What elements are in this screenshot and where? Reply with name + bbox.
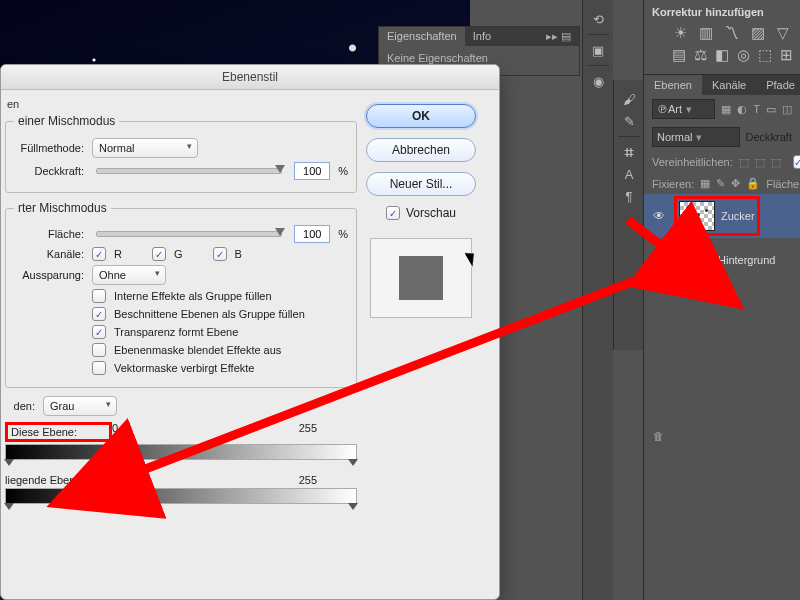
- filter-adjust-icon[interactable]: ◐: [737, 103, 747, 116]
- preview-label: Vorschau: [406, 206, 456, 220]
- lock-move-icon[interactable]: ✥: [731, 177, 740, 190]
- levels-icon[interactable]: ▥: [698, 24, 716, 42]
- bw-icon[interactable]: ◧: [715, 46, 729, 64]
- channel-r-checkbox[interactable]: [92, 247, 106, 261]
- lock-label: Fixieren:: [652, 178, 694, 190]
- opacity-value[interactable]: 100: [294, 162, 330, 180]
- channel-mixer-icon[interactable]: ⬚: [758, 46, 772, 64]
- icon-dock-right-2: 🖌 ✎ ⵌ A ¶: [613, 80, 644, 350]
- lock-all-icon[interactable]: 🔒: [746, 177, 760, 190]
- blendif-space-select[interactable]: Grau: [43, 396, 117, 416]
- unify-pos-icon[interactable]: ⬚: [739, 156, 749, 169]
- opacity-label: Deckkraft: [746, 131, 792, 143]
- this-layer-gradient[interactable]: [5, 444, 357, 460]
- channel-b-checkbox[interactable]: [213, 247, 227, 261]
- this-layer-hi: 255: [299, 422, 317, 442]
- swatches-icon[interactable]: ⵌ: [618, 143, 640, 161]
- channel-g-label: G: [174, 248, 183, 260]
- filter-pixel-icon[interactable]: ▦: [721, 103, 731, 116]
- layer-name[interactable]: Hintergrund: [718, 254, 792, 266]
- opt-vmask-fx-checkbox[interactable]: [92, 361, 106, 375]
- channel-g-checkbox[interactable]: [152, 247, 166, 261]
- right-panel-stack: Korrektur hinzufügen ☀ ▥ 〽 ▨ ▽ ▤ ⚖ ◧ ◎ ⬚…: [643, 0, 800, 600]
- layer-thumb-hintergrund[interactable]: [674, 245, 710, 275]
- tab-info[interactable]: Info: [465, 27, 499, 46]
- unify-label: Vereinheitlichen:: [652, 156, 733, 168]
- advanced-blend-group: rter Mischmodus Fläche: 100 % Kanäle: R …: [5, 201, 357, 388]
- opt-int-fx-label: Interne Effekte als Gruppe füllen: [114, 290, 272, 302]
- brush-presets-icon[interactable]: ✎: [618, 112, 640, 130]
- unify-vis-icon[interactable]: ⬚: [755, 156, 765, 169]
- cancel-button[interactable]: Abbrechen: [366, 138, 476, 162]
- layer-row-hintergrund[interactable]: 👁 Hintergrund: [644, 238, 800, 282]
- tab-paths[interactable]: Pfade: [756, 75, 800, 95]
- filter-smart-icon[interactable]: ◫: [782, 103, 792, 116]
- under-layer-gradient[interactable]: [5, 488, 357, 504]
- blend-mode-select[interactable]: Normal: [652, 127, 740, 147]
- visibility-icon[interactable]: 👁: [652, 209, 666, 223]
- channel-r-label: R: [114, 248, 122, 260]
- trash-icon[interactable]: 🗑: [653, 430, 664, 442]
- icon-dock-right-1: ⟲ ▣ ◉: [582, 0, 613, 600]
- filter-shape-icon[interactable]: ▭: [766, 103, 776, 116]
- lock-paint-icon[interactable]: ✎: [716, 177, 725, 190]
- properties-icon[interactable]: ◉: [587, 72, 609, 90]
- opt-clip-group-checkbox[interactable]: [92, 307, 106, 321]
- fill-value[interactable]: 100: [294, 225, 330, 243]
- opt-trans-shapes-label: Transparenz formt Ebene: [114, 326, 238, 338]
- layers-panel: Ebenen Kanäle Pfade ℗ Art ▦ ◐ T ▭ ◫ Norm…: [644, 74, 800, 282]
- under-layer-hi: 255: [299, 474, 317, 486]
- adjustments-panel: Korrektur hinzufügen ☀ ▥ 〽 ▨ ▽ ▤ ⚖ ◧ ◎ ⬚…: [644, 0, 800, 74]
- opt-clip-group-label: Beschnittene Ebenen als Gruppe füllen: [114, 308, 305, 320]
- layer-filter-kind[interactable]: ℗ Art: [652, 99, 715, 119]
- layer-style-dialog: Ebenenstil OK Abbrechen Neuer Stil... Vo…: [0, 64, 500, 600]
- brightness-contrast-icon[interactable]: ☀: [672, 24, 690, 42]
- layer-thumb-zucker[interactable]: [679, 201, 715, 231]
- opt-trans-shapes-checkbox[interactable]: [92, 325, 106, 339]
- vibrance-icon[interactable]: ▽: [774, 24, 792, 42]
- lock-trans-icon[interactable]: ▦: [700, 177, 710, 190]
- blend-mode-dialog-select[interactable]: Normal: [92, 138, 198, 158]
- new-style-button[interactable]: Neuer Stil...: [366, 172, 476, 196]
- tab-channels[interactable]: Kanäle: [702, 75, 756, 95]
- tab-properties[interactable]: Eigenschaften: [379, 27, 465, 46]
- layer-row-zucker[interactable]: 👁 Zucker: [644, 194, 800, 238]
- filter-type-icon[interactable]: T: [753, 103, 760, 115]
- knockout-select[interactable]: Ohne: [92, 265, 166, 285]
- paragraph-icon[interactable]: ¶: [618, 187, 640, 205]
- history-icon[interactable]: ⟲: [587, 10, 609, 28]
- under-layer-label: liegende Ebene:: [5, 474, 100, 486]
- tab-layers[interactable]: Ebenen: [644, 75, 702, 95]
- photo-filter-icon[interactable]: ◎: [737, 46, 750, 64]
- knockout-label: Aussparung:: [14, 269, 84, 281]
- cube-3d-icon[interactable]: ▣: [587, 41, 609, 59]
- advanced-blend-legend: rter Mischmodus: [14, 201, 111, 215]
- channel-b-label: B: [235, 248, 242, 260]
- opacity-dlg-label: Deckkraft:: [14, 165, 84, 177]
- general-blend-group: einer Mischmodus Füllmethode: Normal Dec…: [5, 114, 357, 193]
- channels-label: Kanäle:: [14, 248, 84, 260]
- ok-button[interactable]: OK: [366, 104, 476, 128]
- percent-sign: %: [338, 165, 348, 177]
- preview-checkbox[interactable]: [386, 206, 400, 220]
- hsl-icon[interactable]: ▤: [672, 46, 686, 64]
- exposure-icon[interactable]: ▨: [749, 24, 767, 42]
- opt-mask-fx-checkbox[interactable]: [92, 343, 106, 357]
- this-layer-label: Diese Ebene:: [5, 422, 112, 442]
- color-balance-icon[interactable]: ⚖: [694, 46, 707, 64]
- visibility-icon[interactable]: 👁: [652, 253, 666, 267]
- layer-name[interactable]: Zucker: [721, 210, 755, 222]
- unify-style-icon[interactable]: ⬚: [771, 156, 781, 169]
- character-icon[interactable]: A: [618, 165, 640, 183]
- panel-collapse-icon[interactable]: ▸▸ ▤: [538, 27, 579, 46]
- opt-int-fx-checkbox[interactable]: [92, 289, 106, 303]
- fill-label: Fläche: [766, 178, 799, 190]
- fill-dlg-label: Fläche:: [14, 228, 84, 240]
- opacity-slider[interactable]: [96, 168, 282, 174]
- opt-mask-fx-label: Ebenenmaske blendet Effekte aus: [114, 344, 281, 356]
- fill-slider[interactable]: [96, 231, 282, 237]
- curves-icon[interactable]: 〽: [723, 24, 741, 42]
- brush-icon[interactable]: 🖌: [618, 90, 640, 108]
- lookup-icon[interactable]: ⊞: [780, 46, 793, 64]
- frame-checkbox[interactable]: [793, 155, 800, 169]
